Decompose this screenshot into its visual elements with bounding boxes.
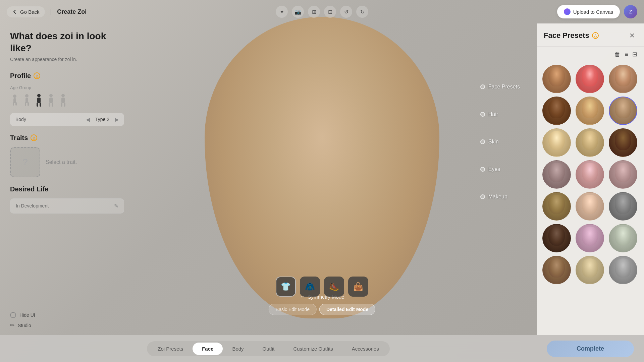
hair-label-item[interactable]: Hair xyxy=(480,111,520,117)
svg-rect-13 xyxy=(49,98,53,103)
move-tool-button[interactable]: ✦ xyxy=(276,6,288,18)
preset-item[interactable] xyxy=(609,160,637,189)
preset-item[interactable] xyxy=(542,256,571,284)
filter-preset-button[interactable]: ⊟ xyxy=(632,51,637,58)
page-title: Create Zoi xyxy=(57,8,87,15)
preset-item[interactable] xyxy=(609,224,637,252)
shirt-icon: 👕 xyxy=(281,282,291,291)
skin-label-text: Skin xyxy=(488,139,499,145)
preset-item[interactable] xyxy=(576,128,604,157)
expand-button[interactable]: ⊞ xyxy=(308,6,320,18)
svg-rect-5 xyxy=(25,98,28,103)
outfit-shirt-item[interactable]: 👕 xyxy=(276,277,296,297)
hair-label-text: Hair xyxy=(488,111,498,117)
preset-item[interactable] xyxy=(576,224,604,252)
body-type-row: Body ◀ Type 2 ▶ xyxy=(10,113,124,126)
camera-button[interactable]: 📷 xyxy=(292,6,304,18)
hide-ui-radio xyxy=(10,312,16,318)
sort-preset-button[interactable]: ≡ xyxy=(625,51,628,58)
outfit-boots-item[interactable]: 🥾 xyxy=(324,277,344,297)
traits-section-header: Traits △ xyxy=(10,134,124,142)
age-adult-icon[interactable] xyxy=(46,93,56,108)
profile-section-header: Profile △ xyxy=(10,72,124,80)
undo-button[interactable]: ↺ xyxy=(340,6,352,18)
preset-item[interactable] xyxy=(576,160,604,189)
eyes-dot xyxy=(480,167,485,172)
body-label: Body xyxy=(15,117,26,122)
complete-button[interactable]: Complete xyxy=(547,341,634,357)
desired-life-value: In Development xyxy=(16,203,49,208)
age-group-selector xyxy=(10,93,124,108)
detailed-edit-mode-button[interactable]: Detailed Edit Mode xyxy=(319,304,375,315)
body-next-button[interactable]: ▶ xyxy=(115,116,119,123)
upload-to-canvas-button[interactable]: Upload to Canvas xyxy=(557,5,620,18)
user-avatar[interactable]: Z xyxy=(624,5,637,18)
skin-label-item[interactable]: Skin xyxy=(480,139,520,145)
outfit-bag-item[interactable]: 👜 xyxy=(348,277,368,297)
svg-rect-15 xyxy=(52,103,53,107)
makeup-label-text: Makeup xyxy=(488,194,507,200)
redo-button[interactable]: ↻ xyxy=(356,6,368,18)
preset-item[interactable] xyxy=(542,160,571,189)
svg-rect-6 xyxy=(25,102,26,106)
body-type-nav: ◀ Type 2 ▶ xyxy=(86,116,119,123)
bottom-left-options: Hide UI ✏ Studio xyxy=(10,312,35,328)
tab-zoi-presets[interactable]: Zoi Presets xyxy=(148,343,193,355)
eyes-label-item[interactable]: Eyes xyxy=(480,166,520,172)
makeup-label-item[interactable]: Makeup xyxy=(480,194,520,200)
hair-dot xyxy=(480,112,485,117)
svg-rect-10 xyxy=(37,103,38,107)
back-label: Go Back xyxy=(20,9,40,15)
preset-item[interactable] xyxy=(609,65,637,93)
preset-item[interactable] xyxy=(542,224,571,252)
nav-divider: | xyxy=(50,8,52,15)
back-button[interactable]: Go Back xyxy=(7,6,45,17)
traits-warning-icon: △ xyxy=(31,134,37,141)
svg-point-4 xyxy=(25,94,29,98)
edit-mode-row: ↔ Symmetry Mode Basic Edit Mode Detailed… xyxy=(269,294,375,315)
tab-accessories[interactable]: Accessories xyxy=(342,343,388,355)
outfit-icons-row: 👕 🧥 🥾 👜 xyxy=(276,277,368,297)
preset-item[interactable] xyxy=(542,97,571,125)
face-tab-label: Face xyxy=(202,346,213,352)
svg-point-12 xyxy=(49,94,53,97)
tab-body[interactable]: Body xyxy=(223,343,253,355)
hide-ui-button[interactable]: Hide UI xyxy=(10,312,35,318)
studio-button[interactable]: ✏ Studio xyxy=(10,322,35,328)
trait-icon-box[interactable]: ? xyxy=(10,147,40,177)
age-baby-icon[interactable] xyxy=(10,93,19,108)
presets-header: Face Presets △ ✕ xyxy=(537,23,644,47)
desired-life-input[interactable]: In Development ✎ xyxy=(10,198,124,214)
tab-customize-outfits[interactable]: Customize Outfits xyxy=(284,343,342,355)
trait-placeholder-text: Select a trait. xyxy=(46,159,77,165)
delete-preset-button[interactable]: 🗑 xyxy=(614,51,621,58)
close-presets-button[interactable]: ✕ xyxy=(627,30,637,41)
face-presets-label-item[interactable]: Face Presets xyxy=(480,84,520,90)
preset-item[interactable] xyxy=(542,128,571,157)
bag-icon: 👜 xyxy=(353,282,363,291)
upload-btn-label: Upload to Canvas xyxy=(573,9,613,15)
preset-item[interactable] xyxy=(542,65,571,93)
preset-item[interactable] xyxy=(576,192,604,221)
preset-item[interactable] xyxy=(609,97,637,125)
preset-item[interactable] xyxy=(576,97,604,125)
preset-item[interactable] xyxy=(576,65,604,93)
preset-item[interactable] xyxy=(542,192,571,221)
tab-outfit[interactable]: Outfit xyxy=(253,343,284,355)
outfit-jacket-item[interactable]: 🧥 xyxy=(300,277,320,297)
edit-icon: ✎ xyxy=(114,203,118,209)
age-young-adult-icon[interactable] xyxy=(34,93,44,108)
basic-edit-mode-button[interactable]: Basic Edit Mode xyxy=(269,304,317,315)
preset-item[interactable] xyxy=(576,256,604,284)
tab-face[interactable]: Face xyxy=(193,343,223,355)
preset-item[interactable] xyxy=(609,256,637,284)
age-child-icon[interactable] xyxy=(22,93,32,108)
preset-item[interactable] xyxy=(609,192,637,221)
left-panel: What does zoi in look like? Create an ap… xyxy=(0,23,134,335)
age-elder-icon[interactable] xyxy=(58,93,68,108)
svg-point-0 xyxy=(13,95,16,98)
trait-placeholder: ? Select a trait. xyxy=(10,147,124,177)
preset-item[interactable] xyxy=(609,128,637,157)
body-prev-button[interactable]: ◀ xyxy=(86,116,90,123)
face-scan-button[interactable]: ⊡ xyxy=(324,6,336,18)
